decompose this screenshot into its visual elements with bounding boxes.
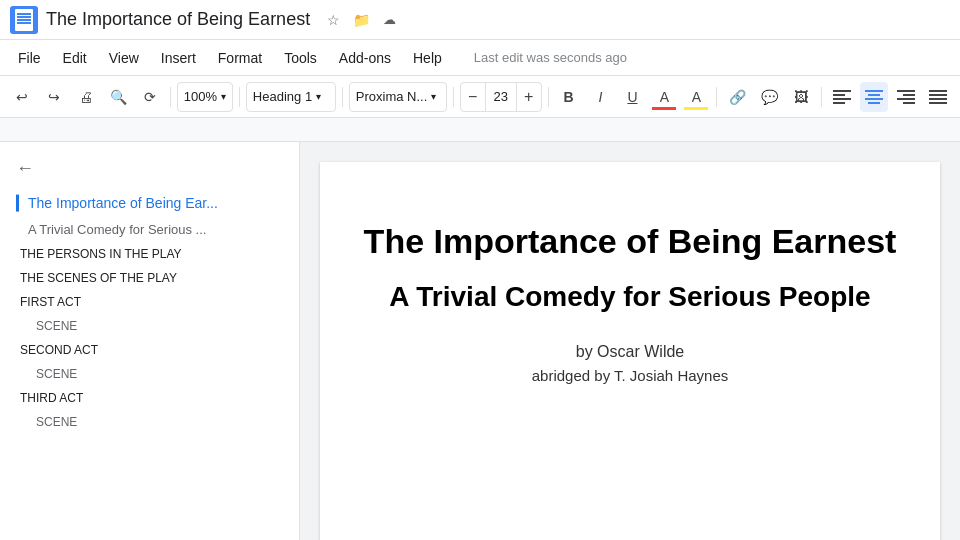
font-select[interactable]: Proxima N... ▾	[349, 82, 447, 112]
zoom-select[interactable]: 100% ▾	[177, 82, 233, 112]
font-chevron: ▾	[431, 91, 436, 102]
ruler	[0, 118, 960, 142]
zoom-value: 100%	[184, 89, 217, 104]
separator-1	[170, 87, 171, 107]
sidebar-item-subtitle[interactable]: A Trivial Comedy for Serious ...	[0, 217, 299, 242]
svg-rect-11	[903, 102, 915, 104]
separator-3	[342, 87, 343, 107]
highlight-button[interactable]: A	[682, 82, 710, 112]
app-icon	[10, 6, 38, 34]
menu-bar: File Edit View Insert Format Tools Add-o…	[0, 40, 960, 76]
document-title: The Importance of Being Earnest	[46, 9, 310, 30]
redo-button[interactable]: ↪	[40, 82, 68, 112]
svg-rect-6	[865, 98, 883, 100]
text-color-button[interactable]: A	[650, 82, 678, 112]
main-area: ← The Importance of Being Ear... A Trivi…	[0, 142, 960, 540]
svg-rect-10	[897, 98, 915, 100]
svg-rect-3	[833, 102, 845, 104]
document-subtitle[interactable]: A Trivial Comedy for Serious People	[360, 281, 900, 313]
svg-rect-14	[929, 98, 947, 100]
align-justify-button[interactable]	[924, 82, 952, 112]
sidebar-item-scene-3[interactable]: SCENE	[0, 410, 299, 434]
font-value: Proxima N...	[356, 89, 428, 104]
ruler-inner	[300, 118, 660, 141]
svg-rect-5	[868, 94, 880, 96]
sidebar-item-scene-2[interactable]: SCENE	[0, 362, 299, 386]
folder-button[interactable]: 📁	[350, 9, 372, 31]
font-size-value[interactable]: 23	[485, 83, 517, 111]
document-main-title[interactable]: The Importance of Being Earnest	[360, 222, 900, 261]
document-abridged: abridged by T. Josiah Haynes	[360, 367, 900, 384]
sidebar-title-label: The Importance of Being Ear...	[28, 195, 218, 211]
sidebar-item-third-act[interactable]: THIRD ACT	[0, 386, 299, 410]
separator-5	[548, 87, 549, 107]
menu-view[interactable]: View	[99, 46, 149, 70]
menu-insert[interactable]: Insert	[151, 46, 206, 70]
font-size-plus[interactable]: +	[517, 82, 541, 112]
svg-rect-4	[865, 90, 883, 92]
svg-rect-13	[929, 94, 947, 96]
svg-rect-2	[833, 98, 851, 100]
font-size-control: − 23 +	[460, 82, 542, 112]
menu-format[interactable]: Format	[208, 46, 272, 70]
title-icons: ☆ 📁 ☁	[322, 9, 400, 31]
document-author: by Oscar Wilde	[360, 343, 900, 361]
svg-rect-9	[903, 94, 915, 96]
active-indicator	[16, 195, 19, 212]
last-edit-label: Last edit was seconds ago	[474, 50, 627, 65]
heading-chevron: ▾	[316, 91, 321, 102]
align-right-button[interactable]	[892, 82, 920, 112]
svg-rect-8	[897, 90, 915, 92]
svg-rect-1	[833, 94, 845, 96]
document-page: The Importance of Being Earnest A Trivia…	[320, 162, 940, 540]
svg-rect-15	[929, 102, 947, 104]
menu-help[interactable]: Help	[403, 46, 452, 70]
separator-7	[821, 87, 822, 107]
svg-rect-0	[833, 90, 851, 92]
paint-format-button[interactable]: ⟳	[136, 82, 164, 112]
sidebar-item-title[interactable]: The Importance of Being Ear...	[0, 189, 299, 217]
comment-button[interactable]: 💬	[755, 82, 783, 112]
zoom-chevron: ▾	[221, 91, 226, 102]
menu-tools[interactable]: Tools	[274, 46, 327, 70]
title-bar: The Importance of Being Earnest ☆ 📁 ☁	[0, 0, 960, 40]
bold-button[interactable]: B	[554, 82, 582, 112]
menu-addons[interactable]: Add-ons	[329, 46, 401, 70]
sidebar-item-first-act[interactable]: FIRST ACT	[0, 290, 299, 314]
undo-button[interactable]: ↩	[8, 82, 36, 112]
svg-rect-12	[929, 90, 947, 92]
sidebar-item-scene-1[interactable]: SCENE	[0, 314, 299, 338]
menu-edit[interactable]: Edit	[53, 46, 97, 70]
spell-check-button[interactable]: 🔍	[104, 82, 132, 112]
underline-button[interactable]: U	[618, 82, 646, 112]
sidebar-item-scenes[interactable]: THE SCENES OF THE PLAY	[0, 266, 299, 290]
sidebar: ← The Importance of Being Ear... A Trivi…	[0, 142, 300, 540]
align-left-button[interactable]	[828, 82, 856, 112]
separator-2	[239, 87, 240, 107]
heading-select[interactable]: Heading 1 ▾	[246, 82, 336, 112]
star-button[interactable]: ☆	[322, 9, 344, 31]
cloud-save-button[interactable]: ☁	[378, 9, 400, 31]
document-area: The Importance of Being Earnest A Trivia…	[300, 142, 960, 540]
image-button[interactable]: 🖼	[787, 82, 815, 112]
heading-value: Heading 1	[253, 89, 312, 104]
font-size-minus[interactable]: −	[461, 82, 485, 112]
svg-rect-7	[868, 102, 880, 104]
print-button[interactable]: 🖨	[72, 82, 100, 112]
align-center-button[interactable]	[860, 82, 888, 112]
sidebar-item-second-act[interactable]: SECOND ACT	[0, 338, 299, 362]
italic-button[interactable]: I	[586, 82, 614, 112]
toolbar: ↩ ↪ 🖨 🔍 ⟳ 100% ▾ Heading 1 ▾ Proxima N..…	[0, 76, 960, 118]
sidebar-subtitle-label: A Trivial Comedy for Serious ...	[28, 222, 206, 237]
separator-6	[716, 87, 717, 107]
menu-file[interactable]: File	[8, 46, 51, 70]
separator-4	[453, 87, 454, 107]
sidebar-item-persons[interactable]: THE PERSONS IN THE PLAY	[0, 242, 299, 266]
link-button[interactable]: 🔗	[723, 82, 751, 112]
sidebar-back-button[interactable]: ←	[0, 152, 299, 185]
